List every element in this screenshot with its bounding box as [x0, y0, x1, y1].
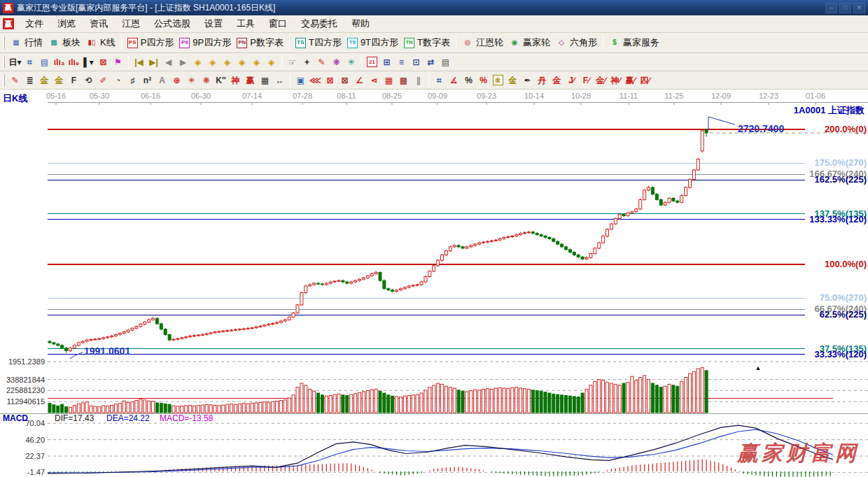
- tb-ying-lines-button[interactable]: 赢: [243, 73, 258, 87]
- tb-notes-button[interactable]: ≡: [394, 55, 409, 69]
- tb-ying-angle-button[interactable]: 赢∕: [623, 73, 638, 87]
- tb-compass-button[interactable]: ⊕: [169, 73, 184, 87]
- tb-percent-button[interactable]: %: [461, 73, 476, 87]
- tb-period-selector-button[interactable]: 日▾: [8, 55, 22, 69]
- tb-gann-diamond-h-button[interactable]: ◈: [220, 55, 234, 69]
- tb-first-page-button[interactable]: |◀: [132, 55, 146, 69]
- tb-shen-angle-button[interactable]: 神∕: [608, 73, 623, 87]
- maximize-button[interactable]: □: [839, 3, 851, 13]
- tb-percent-red-button[interactable]: %: [476, 73, 491, 87]
- tb-gold-lines-1-button[interactable]: 金: [37, 73, 52, 87]
- tb-pen-tool-button[interactable]: ✎: [8, 73, 22, 87]
- tb-parallel-lines-button[interactable]: ∥: [411, 73, 426, 87]
- tb-export-button[interactable]: ⇄: [424, 55, 438, 69]
- tb-t-number-table-button[interactable]: TNT数字表: [401, 35, 453, 50]
- menu-window-menu[interactable]: 窗口: [262, 16, 294, 31]
- tb-p-square-button[interactable]: PSP四方形: [125, 35, 177, 50]
- tb-spiderweb-button[interactable]: ❋: [199, 73, 214, 87]
- tb-next-page-button[interactable]: ▶: [176, 55, 190, 69]
- minimize-button[interactable]: ─: [825, 3, 837, 13]
- tb-quotes-button[interactable]: ▦行情: [8, 35, 46, 50]
- tb-mini-chart-3-button[interactable]: ılı₃: [52, 55, 66, 69]
- tb-web-tool-button[interactable]: ✳: [344, 55, 358, 69]
- tb-hash-dense-button[interactable]: ♯: [125, 73, 140, 87]
- tb-v-lines-button[interactable]: ⋖: [367, 73, 382, 87]
- tb-grid-123-button[interactable]: ▦: [258, 73, 272, 87]
- tb-save-button[interactable]: ⊡: [409, 55, 424, 69]
- tb-f-angle-button[interactable]: F∕: [579, 73, 594, 87]
- menu-tools[interactable]: 工具: [230, 16, 262, 31]
- toolbar-grip[interactable]: [3, 36, 5, 49]
- tb-ray-fan-button[interactable]: ⋘: [308, 73, 323, 87]
- menu-news[interactable]: 资讯: [83, 16, 115, 31]
- tb-formula-region-button[interactable]: ⊠: [96, 55, 111, 69]
- menu-trade-entrust[interactable]: 交易委托: [294, 16, 344, 31]
- tb-gann-diamond-lr-button[interactable]: ◈: [190, 55, 205, 69]
- tb-winner-service-button[interactable]: $赢家服务: [606, 35, 662, 50]
- tb-k-double-button[interactable]: K″: [214, 73, 228, 87]
- tb-kline-button[interactable]: ▮▯K线: [83, 35, 118, 50]
- tb-color-flag-button[interactable]: ⚑: [111, 55, 125, 69]
- tb-box-select-button[interactable]: ▣: [293, 73, 308, 87]
- tb-dan-tool-button[interactable]: 丹: [535, 73, 550, 87]
- tb-box-x-2-button[interactable]: ⊠: [337, 73, 352, 87]
- tb-hand-tool-button[interactable]: ☞: [285, 55, 300, 69]
- tb-clipboard-button[interactable]: ▤: [37, 55, 52, 69]
- tb-gann-purple-tool-button[interactable]: ❋: [329, 55, 344, 69]
- kline-chart-canvas[interactable]: 05-1605-3006-1606-3007-1407-2808-1108-25…: [0, 90, 868, 477]
- tb-mini-chart-9-button[interactable]: ılı₉: [66, 55, 81, 69]
- tb-ruler-button[interactable]: ⌗: [432, 73, 447, 87]
- menu-browse[interactable]: 浏览: [50, 16, 83, 31]
- menu-gann[interactable]: 江恩: [115, 16, 147, 31]
- tb-grid-red-1-button[interactable]: ▦: [382, 73, 396, 87]
- tb-gann-diamond-ud-button[interactable]: ◈: [205, 55, 220, 69]
- tb-wheel-small-button[interactable]: ✳: [184, 73, 199, 87]
- tb-t9-square-button[interactable]: T99T四方形: [344, 35, 401, 50]
- tb-gold-lines-2-button[interactable]: 金: [52, 73, 66, 87]
- menu-formula-stock-pick[interactable]: 公式选股: [147, 16, 197, 31]
- tb-layout-grid-button[interactable]: ⌗: [22, 55, 37, 69]
- menu-help[interactable]: 帮助: [344, 16, 377, 31]
- tb-gold-underline-button[interactable]: 金: [550, 73, 564, 87]
- tb-winner-wheel-button[interactable]: ◉赢家轮: [506, 35, 553, 50]
- tb-width-tool-button[interactable]: ↔: [272, 73, 287, 87]
- tb-angle-pen-tool-button[interactable]: ✎: [314, 55, 329, 69]
- tb-box-x-1-button[interactable]: ⊠: [323, 73, 337, 87]
- tb-prev-page-button[interactable]: ◀: [161, 55, 176, 69]
- tb-spiral-tool-button[interactable]: ⟲: [81, 73, 96, 87]
- tb-gann-diamond-out-button[interactable]: ◈: [264, 55, 279, 69]
- tb-hexagon-button[interactable]: ◇六角形: [553, 35, 600, 50]
- tb-gann-diamond-in-button[interactable]: ◈: [249, 55, 264, 69]
- tb-shen-lines-button[interactable]: 神: [228, 73, 243, 87]
- menu-file[interactable]: 文件: [18, 16, 50, 31]
- tb-p-number-table-button[interactable]: PNP数字表: [234, 35, 286, 50]
- tb-candle-style-dropdown-button[interactable]: ▌▾: [81, 55, 96, 69]
- tb-gold-ruler-button[interactable]: 金: [505, 73, 520, 87]
- tb-print-button[interactable]: ▤: [438, 55, 453, 69]
- tb-calculator-button[interactable]: ⊞: [379, 55, 394, 69]
- tb-circle-3-button[interactable]: ◔: [111, 73, 125, 87]
- tb-angle-line-button[interactable]: ∠: [352, 73, 367, 87]
- tb-j-angle-button[interactable]: J∕: [564, 73, 579, 87]
- tb-pen-tool-3-button[interactable]: ✒: [520, 73, 535, 87]
- toolbar-grip[interactable]: [3, 74, 5, 87]
- tb-circled-gold-button[interactable]: 金: [491, 73, 505, 87]
- tb-gann-wheel-button[interactable]: ◎江恩轮: [459, 35, 506, 50]
- tb-f-lines-button[interactable]: F: [66, 73, 81, 87]
- tb-lines-tool-button[interactable]: ≣: [22, 73, 37, 87]
- tb-angle-a-button[interactable]: A: [155, 73, 169, 87]
- close-button[interactable]: ✕: [853, 3, 865, 13]
- menu-settings[interactable]: 设置: [197, 16, 230, 31]
- tb-p9-square-button[interactable]: P99P四方形: [176, 35, 234, 50]
- tb-angle-percent-button[interactable]: ∡: [447, 73, 461, 87]
- tb-pen-tool-2-button[interactable]: ✐: [96, 73, 111, 87]
- tb-crosshair-tool-button[interactable]: +: [300, 55, 314, 69]
- toolbar-grip[interactable]: [3, 56, 5, 69]
- tb-four-angle-button[interactable]: 四∕: [638, 73, 652, 87]
- tb-n-squared-button[interactable]: n²: [140, 73, 155, 87]
- tb-gann-diamond-v-button[interactable]: ◈: [234, 55, 249, 69]
- tb-grid-red-2-button[interactable]: ▩: [396, 73, 411, 87]
- tb-gold-angle-button[interactable]: 金∕: [594, 73, 608, 87]
- tb-last-page-button[interactable]: ▶|: [146, 55, 161, 69]
- tb-sectors-button[interactable]: ▩板块: [46, 35, 83, 50]
